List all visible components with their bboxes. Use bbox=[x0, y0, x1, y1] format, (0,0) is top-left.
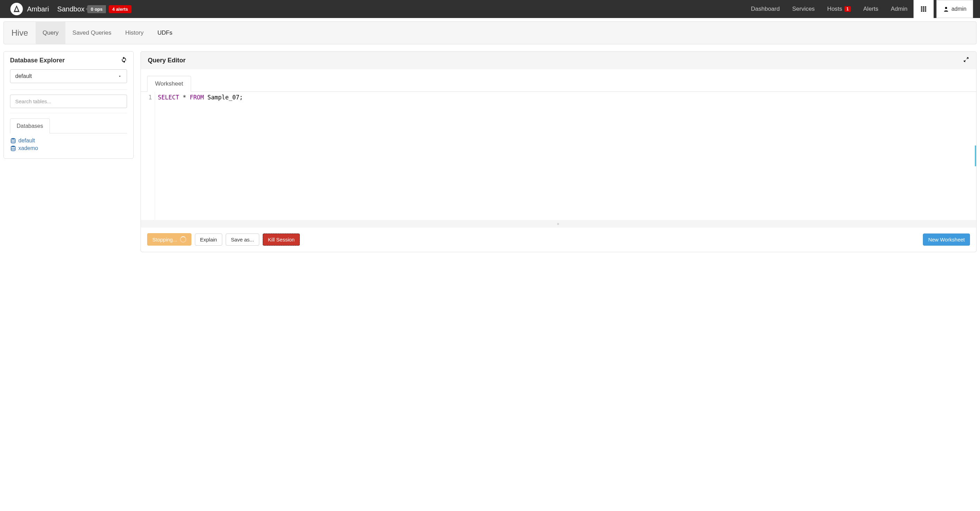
sql-text: Sample_07; bbox=[204, 94, 243, 101]
sql-text: * bbox=[179, 94, 190, 101]
nav-alerts[interactable]: Alerts bbox=[857, 0, 885, 18]
brand-label: Ambari bbox=[27, 5, 49, 13]
database-item-xademo[interactable]: xademo bbox=[10, 144, 127, 152]
worksheet-tabs: Worksheet bbox=[141, 69, 976, 92]
sidebar: Database Explorer default Databases bbox=[3, 51, 134, 159]
drag-handle-icon: ≡ bbox=[557, 222, 560, 226]
worksheet-tab[interactable]: Worksheet bbox=[147, 76, 191, 92]
svg-rect-0 bbox=[921, 6, 923, 8]
nav-user-menu[interactable]: admin bbox=[936, 0, 973, 18]
save-as-button[interactable]: Save as... bbox=[226, 233, 259, 246]
content: Query Editor Worksheet 1 SELECT * FROM S… bbox=[140, 51, 977, 252]
nav-apps-launcher[interactable] bbox=[913, 0, 934, 18]
svg-rect-8 bbox=[925, 10, 926, 12]
database-item-label: xademo bbox=[18, 145, 38, 152]
ops-badge[interactable]: 0 ops bbox=[87, 5, 106, 13]
databases-tab[interactable]: Databases bbox=[10, 118, 50, 133]
databases-tabbar: Databases bbox=[10, 118, 127, 133]
execute-button[interactable]: Stopping... bbox=[147, 233, 191, 246]
line-gutter: 1 bbox=[141, 92, 155, 220]
subnav-title: Hive bbox=[4, 22, 36, 44]
brand[interactable]: Ambari bbox=[10, 3, 49, 15]
sql-keyword: FROM bbox=[190, 94, 204, 101]
svg-rect-3 bbox=[921, 8, 923, 10]
tab-query[interactable]: Query bbox=[36, 22, 65, 44]
svg-rect-6 bbox=[921, 10, 923, 12]
new-worksheet-button[interactable]: New Worksheet bbox=[923, 233, 970, 246]
svg-rect-4 bbox=[923, 8, 924, 10]
tab-history[interactable]: History bbox=[118, 22, 151, 44]
expand-button[interactable] bbox=[963, 56, 969, 64]
nav-services[interactable]: Services bbox=[786, 0, 821, 18]
svg-rect-5 bbox=[925, 8, 926, 10]
editor-toolbar: Stopping... Explain Save as... Kill Sess… bbox=[141, 228, 976, 252]
svg-rect-1 bbox=[923, 6, 924, 8]
top-navbar: Ambari Sandbox 0 ops 4 alerts Dashboard … bbox=[0, 0, 980, 18]
database-item-default[interactable]: default bbox=[10, 137, 127, 144]
nav-dashboard[interactable]: Dashboard bbox=[745, 0, 786, 18]
line-number: 1 bbox=[148, 94, 152, 101]
search-tables-input[interactable] bbox=[10, 94, 127, 108]
expand-icon bbox=[963, 56, 969, 63]
query-editor-title: Query Editor bbox=[148, 57, 186, 64]
hosts-count-badge: 1 bbox=[844, 6, 851, 12]
apps-grid-icon bbox=[920, 6, 927, 12]
hive-subnav: Hive Query Saved Queries History UDFs bbox=[3, 21, 977, 44]
execute-button-label: Stopping... bbox=[152, 236, 177, 243]
query-editor-panel: Query Editor Worksheet 1 SELECT * FROM S… bbox=[140, 51, 977, 252]
svg-rect-7 bbox=[923, 10, 924, 12]
nav-hosts[interactable]: Hosts 1 bbox=[821, 0, 857, 18]
caret-down-icon bbox=[118, 74, 122, 78]
database-explorer-panel: Database Explorer default Databases bbox=[3, 51, 134, 159]
svg-rect-2 bbox=[925, 6, 926, 8]
cluster-selector[interactable]: Sandbox 0 ops 4 alerts bbox=[57, 5, 131, 13]
explain-button[interactable]: Explain bbox=[195, 233, 222, 246]
svg-point-11 bbox=[11, 146, 15, 148]
database-select[interactable]: default bbox=[10, 69, 127, 83]
refresh-button[interactable] bbox=[121, 56, 127, 64]
user-icon bbox=[943, 6, 949, 12]
database-explorer-title: Database Explorer bbox=[10, 57, 65, 64]
editor-resize-bar[interactable]: ≡ bbox=[141, 220, 976, 228]
cluster-name: Sandbox bbox=[57, 5, 84, 13]
refresh-icon bbox=[121, 56, 127, 63]
tab-udfs[interactable]: UDFs bbox=[151, 22, 179, 44]
database-item-label: default bbox=[18, 137, 35, 144]
code-content[interactable]: SELECT * FROM Sample_07; bbox=[155, 92, 976, 220]
kill-session-button[interactable]: Kill Session bbox=[263, 233, 300, 246]
code-editor[interactable]: 1 SELECT * FROM Sample_07; bbox=[141, 92, 976, 220]
svg-point-10 bbox=[11, 138, 15, 140]
sql-keyword: SELECT bbox=[158, 94, 179, 101]
tab-saved-queries[interactable]: Saved Queries bbox=[65, 22, 118, 44]
divider bbox=[10, 113, 127, 113]
alerts-badge[interactable]: 4 alerts bbox=[109, 5, 132, 13]
main-layout: Database Explorer default Databases bbox=[0, 44, 980, 259]
spinner-icon bbox=[180, 236, 186, 243]
nav-links: Dashboard Services Hosts 1 Alerts Admin … bbox=[745, 0, 973, 18]
database-icon bbox=[10, 145, 16, 152]
svg-point-9 bbox=[945, 7, 947, 9]
nav-admin[interactable]: Admin bbox=[885, 0, 913, 18]
divider bbox=[10, 89, 127, 90]
database-icon bbox=[10, 137, 16, 144]
resize-handle-right[interactable] bbox=[975, 145, 976, 166]
database-select-value: default bbox=[15, 73, 32, 79]
ambari-logo-icon bbox=[10, 3, 23, 15]
user-name: admin bbox=[951, 6, 967, 12]
nav-hosts-label: Hosts bbox=[827, 6, 842, 13]
